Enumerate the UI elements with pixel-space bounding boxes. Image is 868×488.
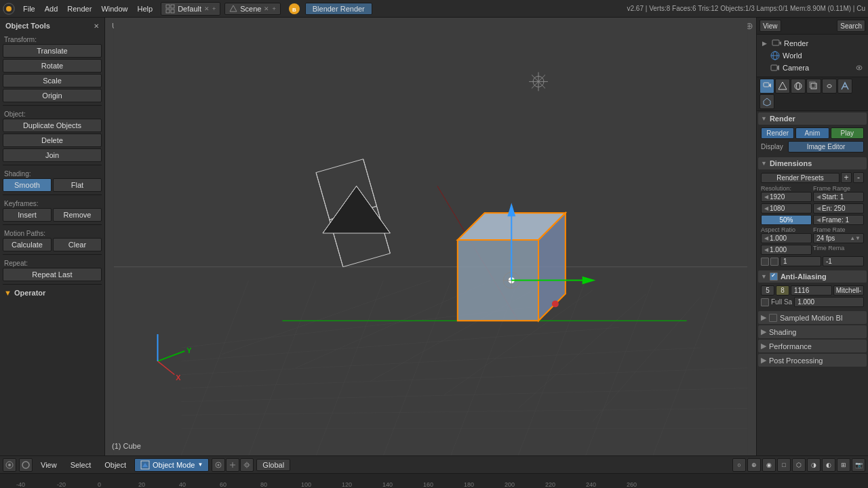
time-val2[interactable]: -1 — [823, 256, 864, 266]
play-btn[interactable]: Play — [831, 127, 864, 139]
presets-plus[interactable]: + — [841, 172, 852, 183]
scene-tree-render[interactable]: ▶ Render — [760, 37, 865, 49]
transform-icon[interactable] — [226, 458, 239, 472]
scene-tree-camera[interactable]: Camera — [760, 62, 865, 74]
aa-val1[interactable]: 5 — [761, 285, 774, 296]
view-mode-icon4[interactable]: ◐ — [822, 458, 835, 472]
menu-window[interactable]: Window — [97, 3, 132, 14]
viewport[interactable]: User Persp ⊕ — [105, 18, 756, 455]
smooth-btn[interactable]: Smooth — [3, 178, 52, 192]
delete-btn[interactable]: Delete — [3, 134, 102, 147]
menu-render[interactable]: Render — [63, 3, 96, 14]
framerate-val[interactable]: 24 fps ▲▼ — [813, 233, 864, 243]
checkbox1[interactable] — [761, 258, 769, 266]
end-val[interactable]: ◀ En: 250 — [813, 203, 864, 214]
camera-view-icon[interactable]: 📷 — [852, 458, 865, 472]
snap-magnet-icon[interactable]: ⊕ — [747, 458, 761, 472]
sa-val[interactable]: 1.000 — [794, 297, 864, 307]
layout-x-btn[interactable]: ✕ — [204, 5, 210, 12]
pct-btn[interactable]: 50% — [761, 215, 812, 225]
frame-val[interactable]: ◀ Frame: 1 — [813, 215, 864, 225]
scale-btn[interactable]: Scale — [3, 74, 102, 87]
visibility-icon[interactable] — [856, 64, 863, 71]
view-menu-btn[interactable]: View — [35, 460, 62, 470]
start-val[interactable]: ◀ Start: 1 — [813, 192, 864, 202]
remove-btn[interactable]: Remove — [53, 208, 102, 222]
render-icon — [772, 39, 781, 48]
sampled-checkbox[interactable] — [769, 314, 777, 322]
anim-btn[interactable]: Anim — [795, 127, 829, 139]
scene-tree-world[interactable]: World — [760, 49, 865, 62]
aspect-y-val[interactable]: ◀ 1.000 — [761, 245, 812, 255]
global-btn[interactable]: Global — [256, 459, 290, 471]
calculate-btn[interactable]: Calculate — [3, 238, 52, 251]
data-tab[interactable] — [760, 94, 774, 109]
time-val1[interactable]: 1 — [780, 256, 821, 266]
insert-btn[interactable]: Insert — [3, 208, 52, 222]
scene-x-btn[interactable]: ✕ — [264, 5, 269, 12]
bottom-circle-icon[interactable] — [19, 458, 33, 472]
presets-minus[interactable]: - — [853, 172, 864, 183]
origin-btn[interactable]: Origin — [3, 89, 102, 102]
flat-btn[interactable]: Flat — [53, 178, 102, 192]
view-mode-icon1[interactable]: □ — [777, 458, 791, 472]
checkbox2[interactable] — [770, 258, 778, 266]
scene-tab[interactable] — [775, 79, 790, 94]
post-processing-section[interactable]: ▶ Post Processing — [758, 354, 867, 367]
join-btn[interactable]: Join — [3, 148, 102, 162]
view-mode-icon2[interactable]: ⬡ — [792, 458, 806, 472]
aa-filter[interactable]: Mitchell- — [833, 285, 864, 296]
pivot-icon[interactable] — [212, 458, 225, 472]
aspect-x-val[interactable]: ◀ 1.000 — [761, 233, 812, 243]
mode-selector[interactable]: Object Mode ▼ — [134, 458, 209, 472]
timeline[interactable]: -40 -20 0 20 40 60 80 100 120 140 160 18… — [0, 473, 868, 488]
search-btn[interactable]: Search — [837, 20, 865, 32]
aa-val3[interactable]: 1116 — [791, 285, 832, 296]
render-engine-btn[interactable]: Blender Render — [305, 3, 372, 15]
scene-plus-btn[interactable]: + — [272, 5, 275, 12]
layout-selector[interactable]: Default ✕ + — [161, 2, 220, 16]
clear-btn[interactable]: Clear — [53, 238, 102, 251]
occlude-icon[interactable]: ◉ — [762, 458, 776, 472]
constraint-tab[interactable] — [822, 79, 837, 94]
menu-file[interactable]: File — [19, 3, 39, 14]
repeat-last-btn[interactable]: Repeat Last — [3, 268, 102, 281]
image-editor-btn[interactable]: Image Editor — [788, 141, 864, 152]
full-sa-checkbox[interactable] — [761, 298, 769, 306]
duplicate-btn[interactable]: Duplicate Objects — [3, 119, 102, 132]
render-presets-btn[interactable]: Render Presets — [761, 173, 840, 183]
sampled-motion-section[interactable]: ▶ Sampled Motion Bl — [758, 311, 867, 324]
proportional-edit-icon[interactable]: ○ — [732, 458, 746, 472]
rotate-btn[interactable]: Rotate — [3, 59, 102, 73]
render-section-header[interactable]: ▼ Render — [758, 113, 867, 125]
render-btn[interactable]: Render — [761, 127, 794, 139]
translate-btn[interactable]: Translate — [3, 44, 102, 58]
menu-help[interactable]: Help — [134, 3, 157, 14]
select-menu-btn[interactable]: Select — [65, 460, 97, 470]
performance-section[interactable]: ▶ Performance — [758, 340, 867, 352]
render-tab[interactable] — [760, 79, 774, 94]
panel-collapse-btn[interactable]: ✕ — [94, 22, 99, 30]
divider6 — [3, 284, 102, 285]
world-tab[interactable] — [791, 79, 806, 94]
view-mode-icon3[interactable]: ◑ — [807, 458, 821, 472]
object-tab[interactable] — [806, 79, 821, 94]
object-menu-btn[interactable]: Object — [99, 460, 132, 470]
snap-icon[interactable] — [240, 458, 254, 472]
shading-section[interactable]: ▶ Shading — [758, 325, 867, 338]
aa-header[interactable]: ▼ Anti-Aliasing — [758, 270, 867, 283]
aa-val2[interactable]: 8 — [776, 285, 789, 296]
modifier-tab[interactable] — [837, 79, 852, 94]
sampled-label: Sampled Motion Bl — [780, 314, 842, 322]
res-x-val[interactable]: ◀ 1920 — [761, 192, 812, 202]
res-y-val[interactable]: ◀ 1080 — [761, 203, 812, 214]
view-btn[interactable]: View — [760, 20, 781, 32]
operator-header[interactable]: ▼ Operator — [3, 287, 102, 298]
menu-add[interactable]: Add — [41, 3, 62, 14]
aa-checkbox[interactable] — [770, 272, 778, 281]
scene-selector[interactable]: Scene ✕ + — [224, 3, 280, 15]
bottom-editor-icon[interactable] — [3, 458, 16, 472]
layout-plus-btn[interactable]: + — [212, 5, 216, 12]
render-overlay-icon[interactable]: ⊞ — [837, 458, 850, 472]
dimensions-header[interactable]: ▼ Dimensions — [758, 157, 867, 169]
